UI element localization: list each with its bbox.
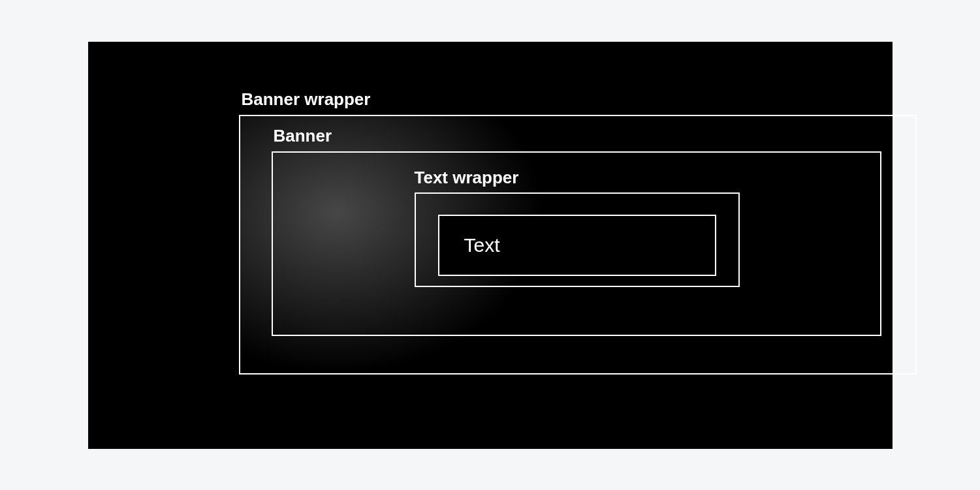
banner-wrapper-label: Banner wrapper — [242, 91, 371, 108]
text-box: Text — [438, 215, 716, 276]
text-label: Text — [464, 234, 500, 256]
text-wrapper-label: Text wrapper — [415, 169, 519, 186]
diagram-canvas: Banner wrapper Banner Text wrapper Text — [88, 42, 893, 449]
banner-label: Banner — [274, 127, 332, 144]
